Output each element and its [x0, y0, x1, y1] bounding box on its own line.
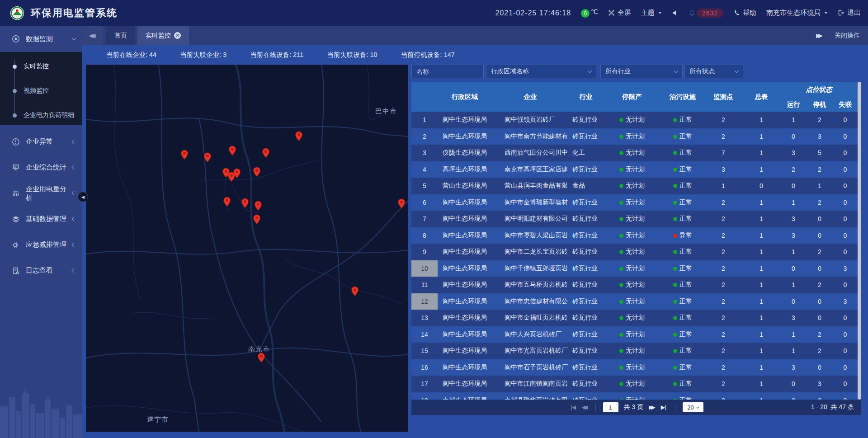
col-monitor-points[interactable]: 监测点 [704, 82, 742, 112]
theme-button[interactable]: 主题 [641, 9, 662, 17]
tab-close-icon[interactable]: ✕ [174, 32, 181, 39]
chevron-down-icon [735, 69, 739, 73]
next-page-button[interactable]: ▶▶ [649, 404, 655, 410]
cell-offline: 0 [833, 161, 858, 178]
table-row[interactable]: 9阆中生态环境局阆中市二龙长宝页岩砖砖瓦行业无计划正常21120 [411, 244, 858, 260]
prev-page-button[interactable]: ◀◀ [581, 404, 588, 410]
col-region[interactable]: 行政区域 [438, 82, 492, 112]
map-pin[interactable] [253, 167, 261, 179]
map-pin[interactable] [255, 201, 262, 213]
sidebar-item-enterprise-statistics[interactable]: 企业综合统计 [0, 155, 82, 180]
map-pin[interactable] [262, 148, 270, 160]
table-row[interactable]: 7阆中生态环境局阆中明阳建材有限公司砖瓦行业无计划正常21300 [411, 211, 858, 227]
tabs-scroll-left-button[interactable]: ◀◀ [82, 26, 103, 45]
col-production-limit[interactable]: 停限产 [603, 82, 661, 112]
map-pin[interactable] [204, 152, 212, 165]
cell-running: 3 [780, 145, 807, 161]
col-offline[interactable]: 失联 [833, 97, 858, 112]
col-running[interactable]: 运行 [780, 97, 807, 112]
pagination-bar: ❘◀ ◀◀ 共 3 页 ▶▶ ▶❘ 20 1 - 20 共 47 条 [411, 400, 861, 415]
table-row[interactable]: 10阆中生态环境局阆中千佛镇五郎垭页岩砖瓦行业无计划正常21003 [411, 260, 858, 277]
pager-divider [675, 404, 675, 411]
table-row[interactable]: 16阆中生态环境局阆中市石子页岩机砖厂砖瓦行业无计划正常21300 [411, 359, 858, 376]
cell-industry: 砖瓦行业 [569, 293, 603, 310]
table-row[interactable]: 6阆中生态环境局阆中市金博瑞新型墙材砖瓦行业无计划正常21120 [411, 194, 858, 211]
table-row[interactable]: 3仪陇生态环境局西南油气田分公司川中化工无计划正常71350 [411, 145, 858, 161]
org-menu[interactable]: 南充市生态环境局 [766, 9, 828, 17]
cell-row-number: 14 [411, 326, 438, 343]
col-stopped[interactable]: 停机 [807, 97, 833, 112]
industry-filter-select[interactable]: 所有行业 [600, 65, 683, 78]
sidebar-item-video-monitor[interactable]: 视频监控 [0, 79, 82, 103]
map-pin[interactable] [398, 198, 406, 211]
cell-production-limit: 无计划 [603, 178, 661, 194]
map-pin[interactable] [295, 131, 303, 143]
col-industry[interactable]: 行业 [569, 82, 603, 112]
map-panel[interactable]: 巴中市 南充市 遂宁市 [86, 65, 408, 432]
map-pin[interactable] [351, 286, 359, 298]
table-scrollbar[interactable] [858, 82, 861, 400]
table-row[interactable]: 5营山生态环境局营山县润丰肉食品有限食品无计划正常10010 [411, 178, 858, 194]
name-filter-input[interactable] [411, 65, 484, 78]
table-row[interactable]: 14阆中生态环境局阆中大兴页岩机砖厂砖瓦行业无计划正常21120 [411, 326, 858, 343]
speaker-icon [672, 9, 679, 16]
map-pin[interactable] [258, 353, 265, 365]
last-page-button[interactable]: ▶❘ [661, 404, 668, 410]
col-total-meter[interactable]: 总表 [742, 82, 780, 112]
tabs-scroll-right-button[interactable]: ▶▶ [816, 32, 823, 39]
map-pin[interactable] [233, 168, 241, 180]
col-company[interactable]: 企业 [492, 82, 569, 112]
sidebar-item-power-analysis[interactable]: 企业用电量分析 [0, 180, 82, 206]
sound-button[interactable] [672, 9, 679, 16]
help-button[interactable]: 帮助 [733, 9, 756, 17]
cell-pollution-facility: 正常 [661, 310, 704, 326]
sidebar-item-enterprise-abnormal[interactable]: 企业异常 [0, 129, 82, 155]
cell-stopped: 0 [807, 260, 833, 277]
table-row[interactable]: 11阆中生态环境局阆中市五马桥页岩机砖砖瓦行业无计划正常21120 [411, 277, 858, 293]
page-number-input[interactable] [603, 402, 618, 412]
map-pin[interactable] [181, 150, 189, 162]
cell-region: 仪陇生态环境局 [438, 145, 492, 161]
cell-stopped: 3 [807, 376, 833, 392]
sidebar-item-base-data[interactable]: 基础数据管理 [0, 206, 82, 232]
table-row[interactable]: 2阆中生态环境局阆中市南方节能建材有砖瓦行业无计划正常21030 [411, 128, 858, 145]
cell-monitor-points: 2 [704, 227, 742, 244]
cell-row-number: 12 [411, 293, 438, 310]
map-pin[interactable] [241, 198, 249, 210]
tab-home[interactable]: 首页 [106, 26, 135, 45]
map-pin[interactable] [229, 146, 236, 158]
cell-company: 阆中市金福旺页岩机砖 [492, 310, 569, 326]
sidebar-item-log-view[interactable]: 日志查看 [0, 258, 82, 283]
page-size-select[interactable]: 20 [683, 402, 703, 412]
table-row[interactable]: 15阆中生态环境局阆中市光富页岩机砖厂砖瓦行业无计划正常21120 [411, 343, 858, 359]
notification-button[interactable]: 2632 [689, 9, 723, 18]
fullscreen-button[interactable]: 全屏 [608, 9, 631, 17]
logout-button[interactable]: 退出 [838, 9, 861, 17]
table-row[interactable]: 12阆中生态环境局阆中市忠信建材有限公砖瓦行业无计划正常21003 [411, 293, 858, 310]
sidebar-item-data-monitor[interactable]: 数据监测 [0, 29, 82, 49]
region-filter-select[interactable]: 行政区域名称 [486, 65, 596, 78]
table-row[interactable]: 4高坪生态环境局南充市高坪区王家店建砖瓦行业无计划正常31220 [411, 161, 858, 178]
map-pin[interactable] [253, 214, 261, 226]
map-roads [86, 65, 408, 432]
cell-industry: 砖瓦行业 [569, 326, 603, 343]
status-filter-select[interactable]: 所有状态 [684, 65, 743, 78]
cell-production-limit: 无计划 [603, 112, 661, 128]
table-row[interactable]: 8阆中生态环境局阆中市枣碧大梁山页岩砖瓦行业无计划异常21300 [411, 227, 858, 244]
sidebar-item-realtime-monitor[interactable]: 实时监控 [0, 54, 82, 79]
table-row[interactable]: 1阆中生态环境局阆中强锐页岩砖厂砖瓦行业无计划正常21120 [411, 112, 858, 128]
sidebar-item-emergency-reduction[interactable]: 应急减排管理 [0, 232, 82, 258]
map-pin-icon [255, 201, 262, 211]
table-row[interactable]: 13阆中生态环境局阆中市金福旺页岩机砖砖瓦行业无计划正常21300 [411, 310, 858, 326]
close-operations-button[interactable]: 关闭操作 [835, 32, 860, 40]
search-input[interactable] [416, 68, 479, 75]
first-page-button[interactable]: ❘◀ [569, 404, 576, 410]
sidebar-item-power-load-detail[interactable]: 企业电力负荷明细 [0, 103, 82, 127]
map-pin[interactable] [223, 197, 231, 209]
col-pollution-facility[interactable]: 治污设施 [661, 82, 704, 112]
table-row[interactable]: 17阆中生态环境局阆中市江南镇阆南页岩砖瓦行业无计划正常21030 [411, 376, 858, 392]
tab-realtime-monitor[interactable]: 实时监控 ✕ [137, 26, 189, 45]
sidebar-collapse-button[interactable]: ◀ [78, 192, 88, 202]
cell-total-meter: 1 [742, 359, 780, 376]
status-dot-green [673, 283, 677, 287]
